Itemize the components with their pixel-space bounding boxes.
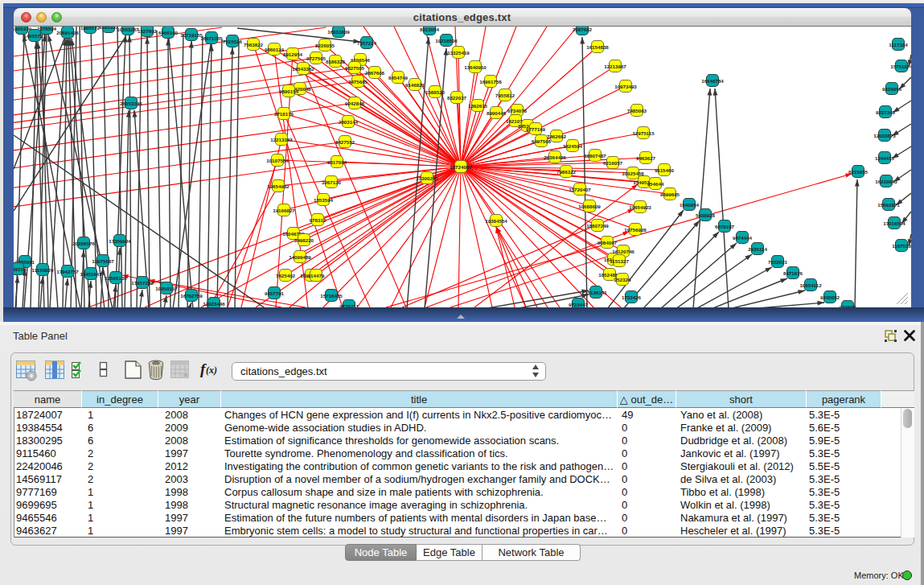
- svg-text:9115460: 9115460: [655, 167, 674, 173]
- svg-text:10654112: 10654112: [799, 282, 822, 288]
- svg-text:19384554: 19384554: [485, 218, 507, 224]
- svg-text:1733426: 1733426: [622, 295, 642, 300]
- svg-text:6734078: 6734078: [507, 108, 528, 113]
- svg-text:9463627: 9463627: [636, 155, 656, 161]
- svg-text:8912954: 8912954: [283, 51, 303, 57]
- svg-text:11156829: 11156829: [32, 267, 54, 273]
- svg-text:10107554: 10107554: [266, 158, 289, 163]
- svg-text:15692971: 15692971: [877, 202, 900, 208]
- svg-text:15136141: 15136141: [585, 290, 607, 295]
- svg-text:8471676: 8471676: [783, 270, 803, 276]
- svg-text:7986322: 7986322: [556, 169, 577, 175]
- svg-text:9776211: 9776211: [339, 303, 359, 308]
- svg-text:10807487: 10807487: [584, 153, 606, 159]
- svg-text:252324: 252324: [614, 277, 631, 282]
- svg-text:6466160: 6466160: [158, 30, 179, 35]
- svg-text:15751074: 15751074: [890, 64, 911, 69]
- svg-text:3475685: 3475685: [348, 79, 368, 84]
- svg-text:1167533: 1167533: [892, 243, 911, 249]
- svg-text:14055721: 14055721: [23, 33, 46, 39]
- svg-text:9474444: 9474444: [733, 235, 753, 241]
- svg-text:9699695: 9699695: [660, 192, 680, 197]
- svg-text:14099489: 14099489: [289, 254, 311, 260]
- svg-text:10025458: 10025458: [622, 171, 644, 176]
- svg-text:1353594: 1353594: [314, 197, 334, 203]
- svg-text:9890154: 9890154: [279, 89, 299, 94]
- svg-text:16210643: 16210643: [875, 179, 897, 184]
- svg-text:13325419: 13325419: [447, 50, 470, 56]
- svg-text:9227343: 9227343: [876, 109, 896, 115]
- svg-text:10973493: 10973493: [614, 84, 637, 89]
- svg-text:10975867: 10975867: [92, 258, 114, 264]
- svg-text:15716485: 15716485: [320, 293, 343, 299]
- svg-text:1244415: 1244415: [875, 155, 895, 161]
- svg-text:16120746: 16120746: [612, 249, 634, 254]
- svg-text:11451941: 11451941: [80, 271, 102, 277]
- svg-text:19756928: 19756928: [624, 227, 647, 233]
- svg-text:12033873: 12033873: [873, 133, 896, 138]
- svg-text:7625402: 7625402: [276, 273, 296, 278]
- svg-text:15300243: 15300243: [416, 175, 438, 181]
- svg-text:9084067: 9084067: [598, 240, 618, 245]
- svg-text:9327505: 9327505: [345, 65, 365, 71]
- svg-text:17016504: 17016504: [883, 220, 906, 226]
- svg-text:2935114: 2935114: [748, 246, 767, 252]
- svg-text:13640910: 13640910: [464, 64, 487, 70]
- svg-text:7485063: 7485063: [627, 108, 647, 113]
- svg-text:8322037: 8322037: [447, 95, 467, 101]
- svg-text:3267130: 3267130: [322, 179, 342, 185]
- svg-text:16671355: 16671355: [200, 35, 223, 41]
- svg-text:26053346: 26053346: [120, 101, 142, 106]
- svg-text:8454749: 8454749: [388, 75, 409, 80]
- svg-text:7563822: 7563822: [244, 42, 264, 47]
- svg-text:9860124: 9860124: [265, 47, 285, 52]
- svg-text:1527602: 1527602: [138, 28, 158, 34]
- svg-text:2718176: 2718176: [274, 111, 294, 117]
- svg-text:12213363: 12213363: [270, 137, 293, 142]
- svg-text:10719155: 10719155: [180, 32, 203, 38]
- svg-text:7357224: 7357224: [357, 40, 377, 46]
- svg-text:978312: 978312: [310, 217, 326, 223]
- svg-text:18807249: 18807249: [586, 223, 609, 229]
- svg-text:6879197: 6879197: [715, 224, 735, 229]
- svg-text:5938928: 5938928: [696, 212, 716, 218]
- svg-text:9777169: 9777169: [526, 126, 546, 132]
- svg-text:16648784: 16648784: [701, 78, 724, 84]
- svg-text:8226055: 8226055: [315, 43, 335, 48]
- svg-text:16961758: 16961758: [479, 79, 502, 84]
- svg-text:9457791: 9457791: [265, 290, 285, 296]
- svg-text:16033809: 16033809: [327, 29, 350, 35]
- svg-text:3624594: 3624594: [563, 143, 583, 149]
- svg-text:12505135: 12505135: [105, 275, 127, 281]
- svg-text:8990448: 8990448: [487, 110, 507, 116]
- svg-text:8105337: 8105337: [99, 27, 119, 30]
- svg-text:1905572: 1905572: [80, 27, 101, 31]
- svg-text:20206576: 20206576: [72, 241, 95, 246]
- svg-text:2803144: 2803144: [339, 119, 359, 125]
- svg-text:10688609: 10688609: [578, 204, 601, 209]
- svg-text:924505: 924505: [840, 304, 856, 308]
- svg-text:17942757: 17942757: [56, 269, 79, 274]
- svg-text:9245052: 9245052: [820, 295, 840, 300]
- svg-text:3498220: 3498220: [294, 237, 314, 243]
- svg-text:8215955: 8215955: [848, 169, 869, 175]
- svg-text:18724007: 18724007: [450, 164, 472, 170]
- svg-text:12975115: 12975115: [632, 130, 655, 136]
- svg-text:8813054: 8813054: [420, 27, 440, 32]
- svg-text:1640954: 1640954: [680, 202, 700, 208]
- svg-text:7955812: 7955812: [495, 93, 515, 98]
- svg-text:7032621: 7032621: [768, 259, 788, 265]
- svg-text:9317004: 9317004: [327, 159, 347, 165]
- svg-text:2087682: 2087682: [573, 27, 593, 32]
- svg-text:10958107: 10958107: [155, 286, 178, 291]
- svg-text:16154838: 16154838: [586, 44, 609, 50]
- svg-text:8427552: 8427552: [335, 139, 355, 145]
- svg-text:7515526: 7515526: [223, 39, 243, 44]
- svg-text:9727505: 9727505: [306, 56, 326, 61]
- svg-text:(x): (x): [206, 365, 217, 376]
- svg-text:20364436: 20364436: [544, 154, 566, 160]
- svg-text:1362615: 1362615: [468, 103, 488, 109]
- svg-text:2867608: 2867608: [365, 70, 385, 76]
- svg-text:19654923: 19654923: [629, 204, 651, 210]
- svg-text:12923446: 12923446: [203, 301, 225, 307]
